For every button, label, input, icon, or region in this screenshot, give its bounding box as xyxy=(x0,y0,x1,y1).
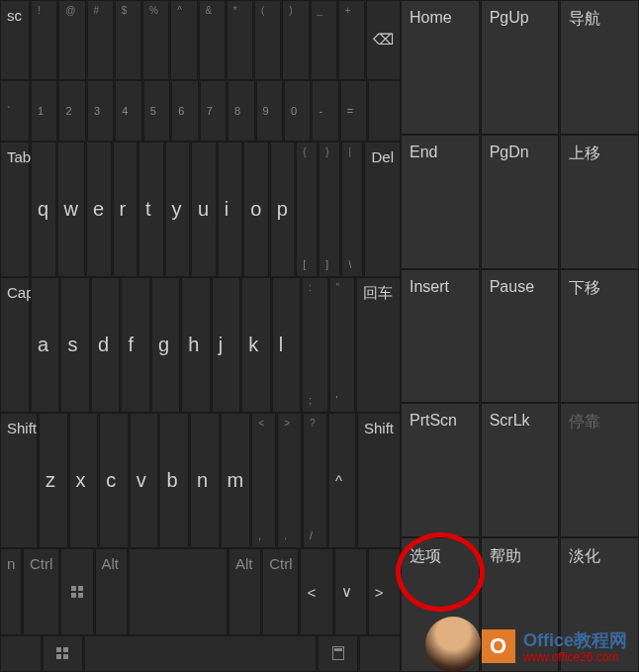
key-sym-hash[interactable]: # xyxy=(87,0,114,80)
key-i[interactable]: i xyxy=(218,142,243,277)
key-blank-b2[interactable] xyxy=(359,635,401,672)
key-pipe[interactable]: | \ xyxy=(341,142,363,277)
key-sym-rparen[interactable]: ) xyxy=(282,0,309,80)
key-z[interactable]: z xyxy=(39,413,68,548)
office-logo-icon: O xyxy=(482,629,515,663)
key-tab[interactable]: Tab xyxy=(0,142,30,277)
key-4[interactable]: 4 xyxy=(115,80,141,142)
key-y[interactable]: y xyxy=(165,142,191,277)
key-sym-lparen[interactable]: ( xyxy=(254,0,281,80)
key-enter[interactable]: 回车 xyxy=(356,277,401,413)
key-slash[interactable]: ? / xyxy=(303,413,327,548)
key-x[interactable]: x xyxy=(69,413,99,548)
key-w[interactable]: w xyxy=(57,142,85,277)
key-sym-underscore[interactable]: _ xyxy=(311,0,337,80)
key-ctrl-right[interactable]: Ctrl xyxy=(262,548,299,634)
key-end[interactable]: End xyxy=(401,135,480,269)
key-period[interactable]: > . xyxy=(277,413,302,548)
key-pause[interactable]: Pause xyxy=(481,269,560,404)
key-1[interactable]: 1 xyxy=(31,80,57,142)
key-arrow-left[interactable]: < xyxy=(300,548,332,634)
key-backspace[interactable]: ⌫ xyxy=(366,0,401,80)
key-d[interactable]: d xyxy=(91,277,120,413)
key-equals[interactable]: = xyxy=(340,80,367,142)
key-home[interactable]: Home xyxy=(401,0,480,135)
key-s[interactable]: s xyxy=(60,277,89,413)
key-ctrl-left[interactable]: Ctrl xyxy=(23,548,59,634)
key-r[interactable]: r xyxy=(113,142,138,277)
key-win[interactable] xyxy=(60,548,93,634)
key-sym-exclaim[interactable]: ! xyxy=(31,0,57,80)
key-c[interactable]: c xyxy=(99,413,129,548)
key-alt-left[interactable]: Alt xyxy=(95,548,128,634)
key-prtscn[interactable]: PrtScn xyxy=(401,403,480,537)
key-6[interactable]: 6 xyxy=(171,80,198,142)
key-windows-button[interactable] xyxy=(43,635,84,672)
key-shift-right[interactable]: Shift xyxy=(357,413,401,548)
key-sym-amp[interactable]: & xyxy=(199,0,226,80)
key-esc[interactable]: sc xyxy=(0,0,30,80)
key-lbrace[interactable]: { [ xyxy=(296,142,318,277)
key-space[interactable] xyxy=(129,548,228,634)
key-9[interactable]: 9 xyxy=(256,80,283,142)
backspace-icon: ⌫ xyxy=(373,31,394,48)
key-del[interactable]: Del xyxy=(364,142,401,277)
key-g[interactable]: g xyxy=(151,277,180,413)
key-shift-left[interactable]: Shift xyxy=(0,413,38,548)
key-sym-plus[interactable]: + xyxy=(338,0,365,80)
key-sym-percent[interactable]: % xyxy=(142,0,169,80)
key-comma[interactable]: < , xyxy=(251,413,276,548)
key-0[interactable]: 0 xyxy=(284,80,311,142)
key-b[interactable]: b xyxy=(159,413,189,548)
key-fn[interactable]: n xyxy=(0,548,22,634)
key-sym-dollar[interactable]: $ xyxy=(115,0,141,80)
key-scrlk[interactable]: ScrLk xyxy=(481,403,560,537)
key-pgdn[interactable]: PgDn xyxy=(481,135,560,269)
key-5[interactable]: 5 xyxy=(143,80,170,142)
key-arrow-up[interactable]: ^ xyxy=(328,413,356,548)
key-move-down[interactable]: 下移 xyxy=(560,269,639,404)
key-pgup[interactable]: PgUp xyxy=(481,0,560,135)
key-v[interactable]: v xyxy=(130,413,159,548)
key-2[interactable]: 2 xyxy=(58,80,85,142)
key-m[interactable]: m xyxy=(221,413,251,548)
key-p[interactable]: p xyxy=(270,142,296,277)
key-minus[interactable]: - xyxy=(312,80,338,142)
key-a[interactable]: a xyxy=(31,277,59,413)
key-8[interactable]: 8 xyxy=(228,80,254,142)
key-u[interactable]: u xyxy=(191,142,217,277)
key-f[interactable]: f xyxy=(121,277,149,413)
chevron-up-icon: ^ xyxy=(335,472,342,489)
key-backtick[interactable]: ` xyxy=(0,80,30,142)
key-sym-at[interactable]: @ xyxy=(58,0,85,80)
key-calculator[interactable] xyxy=(318,635,359,672)
key-q[interactable]: q xyxy=(31,142,56,277)
key-7[interactable]: 7 xyxy=(200,80,227,142)
key-sym-star[interactable]: * xyxy=(227,0,253,80)
key-arrow-down[interactable]: ∨ xyxy=(334,548,367,634)
key-caps[interactable]: Caps xyxy=(0,277,30,413)
key-e[interactable]: e xyxy=(86,142,112,277)
windows-icon xyxy=(71,584,83,601)
key-insert[interactable]: Insert xyxy=(401,269,480,404)
key-j[interactable]: j xyxy=(212,277,240,413)
key-quote[interactable]: " ' xyxy=(329,277,355,413)
key-k[interactable]: k xyxy=(241,277,270,413)
key-blank-b0[interactable] xyxy=(0,635,42,672)
key-o[interactable]: o xyxy=(243,142,269,277)
key-alt-right[interactable]: Alt xyxy=(228,548,261,634)
key-n[interactable]: n xyxy=(190,413,220,548)
key-h[interactable]: h xyxy=(181,277,210,413)
key-sym-caret[interactable]: ^ xyxy=(170,0,197,80)
key-semicolon[interactable]: : ; xyxy=(302,277,327,413)
key-arrow-right[interactable]: > xyxy=(368,548,401,634)
key-t[interactable]: t xyxy=(138,142,164,277)
key-dock[interactable]: 停靠 xyxy=(560,403,639,537)
key-spacer-0 xyxy=(368,80,401,142)
key-move-up[interactable]: 上移 xyxy=(560,135,639,269)
key-rbrace[interactable]: } ] xyxy=(319,142,340,277)
chevron-down-icon: ∨ xyxy=(341,583,352,601)
key-l[interactable]: l xyxy=(272,277,301,413)
key-nav[interactable]: 导航 xyxy=(560,0,639,135)
key-3[interactable]: 3 xyxy=(87,80,114,142)
